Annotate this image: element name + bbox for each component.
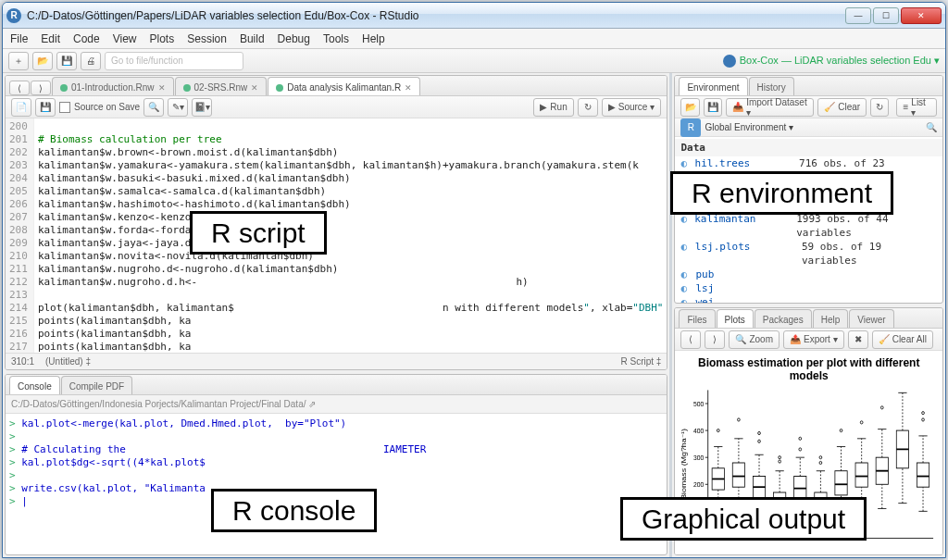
plots-tab[interactable]: Help	[813, 309, 849, 328]
editor-toolbar: 📄 💾 Source on Save 🔍 ✎▾ 📓▾ ▶ Run ↻ ▶ Sou…	[6, 96, 667, 118]
console[interactable]: > kal.plot<-merge(kal.plot, Dmed.Hmed.pl…	[6, 414, 667, 554]
rerun-button[interactable]: ↻	[578, 98, 598, 117]
run-button[interactable]: ▶ Run	[533, 98, 573, 117]
console-tab[interactable]: Compile PDF	[61, 376, 132, 394]
plots-tab[interactable]: Viewer	[849, 309, 893, 328]
plots-tab[interactable]: Packages	[755, 309, 812, 328]
cursor-pos: 310:1	[11, 356, 34, 367]
source-pane: ⟨ ⟩ 01-Introduction.Rnw✕02-SRS.Rnw✕Data …	[5, 75, 667, 370]
save-button[interactable]: 💾	[56, 52, 77, 70]
find-button[interactable]: 🔍	[143, 98, 164, 117]
goto-file-placeholder: Go to file/function	[111, 56, 183, 66]
menu-session[interactable]: Session	[187, 32, 227, 45]
print-button[interactable]: 🖨	[81, 52, 101, 70]
r-icon: R	[680, 118, 701, 137]
expand-icon[interactable]: ◐	[680, 240, 692, 268]
app-window: R C:/D-Datos/Göttingen/Papers/LiDAR vari…	[2, 2, 946, 558]
clear-env-button[interactable]: 🧹 Clear	[817, 98, 867, 117]
source-tab[interactable]: 02-SRS.Rnw✕	[175, 77, 268, 95]
svg-point-34	[758, 432, 761, 435]
wand-button[interactable]: ✎▾	[168, 98, 188, 117]
new-file-button[interactable]: ＋	[8, 52, 29, 70]
refresh-env-button[interactable]: ↻	[870, 98, 889, 117]
plots-tab[interactable]: Plots	[717, 309, 754, 328]
save-doc-button[interactable]: 💾	[35, 98, 56, 117]
menu-tools[interactable]: Tools	[323, 32, 349, 45]
close-icon[interactable]: ✕	[405, 83, 412, 93]
menu-plots[interactable]: Plots	[150, 32, 175, 45]
code-editor[interactable]: 200 201 202 203 204 205 206 207 208 209 …	[6, 118, 667, 353]
plot-next-button[interactable]: ⟩	[705, 330, 725, 349]
expand-icon[interactable]: ◐	[680, 281, 693, 295]
show-doc-button[interactable]: 📄	[11, 98, 31, 117]
section-label[interactable]: (Untitled) ‡	[45, 356, 91, 367]
env-tab[interactable]: History	[749, 77, 794, 95]
env-scope-bar: R Global Environment ▾ 🔍	[675, 118, 942, 137]
search-env-icon[interactable]: 🔍	[926, 122, 937, 132]
plot-title: Biomass estimation per plot with differe…	[677, 356, 941, 382]
env-data-row[interactable]: ◐pub	[675, 268, 942, 281]
project-selector[interactable]: Box-Cox — LiDAR variables selection Edu …	[723, 55, 940, 68]
titlebar[interactable]: R C:/D-Datos/Göttingen/Papers/LiDAR vari…	[3, 3, 945, 29]
env-list[interactable]: Data◐hil.trees716 obs. of 23 variables◐k…	[675, 137, 942, 303]
plots-tabrow: FilesPlotsPackagesHelpViewer	[675, 308, 942, 329]
svg-point-92	[922, 418, 925, 421]
open-file-button[interactable]: 📂	[32, 52, 53, 70]
svg-point-33	[758, 440, 761, 442]
console-wd[interactable]: C:/D-Datos/Göttingen/Indonesia Porjects/…	[6, 395, 667, 414]
env-toolbar: 📂 💾 📥 Import Dataset ▾ 🧹 Clear ↻ ≡ List …	[675, 96, 942, 118]
menu-file[interactable]: File	[10, 32, 28, 45]
env-scope[interactable]: Global Environment ▾	[705, 122, 793, 132]
source-tab[interactable]: Data analysis Kalimantan.R✕	[268, 77, 420, 95]
svg-point-50	[799, 437, 802, 440]
source-button[interactable]: ▶ Source ▾	[602, 98, 662, 117]
svg-rect-70	[855, 463, 867, 487]
menubar: FileEditCodeViewPlotsSessionBuildDebugTo…	[3, 29, 945, 49]
load-ws-button[interactable]: 📂	[680, 98, 699, 117]
env-tab[interactable]: Environment	[679, 77, 747, 95]
source-tab[interactable]: 01-Introduction.Rnw✕	[52, 77, 174, 95]
zoom-button[interactable]: 🔍 Zoom	[729, 330, 780, 349]
notebook-button[interactable]: 📓▾	[192, 98, 212, 117]
maximize-button[interactable]: ☐	[873, 7, 899, 24]
env-data-row[interactable]: ◐kalimantan1993 obs. of 44 variables	[675, 212, 942, 240]
annotation-graph: Graphical output	[620, 497, 867, 541]
file-type-label[interactable]: R Script ‡	[621, 356, 662, 367]
source-nav-fwd[interactable]: ⟩	[31, 81, 51, 95]
env-tabrow: EnvironmentHistory	[675, 76, 942, 96]
file-icon	[276, 84, 283, 92]
source-nav-back[interactable]: ⟨	[9, 81, 30, 95]
export-button[interactable]: 📤 Export ▾	[783, 330, 844, 349]
expand-icon[interactable]: ◐	[680, 268, 693, 281]
close-button[interactable]: ✕	[901, 7, 942, 24]
svg-rect-24	[733, 463, 745, 487]
svg-point-57	[819, 462, 822, 465]
close-icon[interactable]: ✕	[158, 83, 166, 93]
svg-point-65	[841, 429, 843, 432]
clear-all-plots-button[interactable]: 🧹 Clear All	[872, 330, 933, 349]
menu-debug[interactable]: Debug	[278, 32, 310, 45]
plots-tab[interactable]: Files	[679, 309, 715, 328]
console-tab[interactable]: Console	[9, 376, 60, 394]
goto-file-input[interactable]: Go to file/function	[105, 52, 243, 70]
plot-prev-button[interactable]: ⟨	[680, 330, 701, 349]
menu-code[interactable]: Code	[73, 32, 100, 45]
save-ws-button[interactable]: 💾	[704, 98, 722, 117]
source-on-save-checkbox[interactable]	[59, 102, 70, 113]
svg-rect-90	[917, 463, 929, 487]
remove-plot-button[interactable]: ✖	[848, 330, 868, 349]
expand-icon[interactable]: ◐	[680, 212, 692, 240]
file-icon	[183, 84, 191, 92]
menu-edit[interactable]: Edit	[41, 32, 60, 45]
import-dataset-button[interactable]: 📥 Import Dataset ▾	[726, 98, 814, 117]
close-icon[interactable]: ✕	[251, 83, 258, 93]
env-data-row[interactable]: ◐wei	[675, 295, 942, 303]
expand-icon[interactable]: ◐	[680, 295, 693, 303]
env-data-row[interactable]: ◐lsj.plots59 obs. of 19 variables	[675, 240, 942, 268]
env-data-row[interactable]: ◐lsj	[675, 281, 942, 295]
env-view-mode[interactable]: ≡ List ▾	[896, 98, 937, 117]
menu-help[interactable]: Help	[362, 32, 385, 45]
menu-build[interactable]: Build	[240, 32, 265, 45]
menu-view[interactable]: View	[113, 32, 137, 45]
minimize-button[interactable]: —	[845, 7, 871, 24]
